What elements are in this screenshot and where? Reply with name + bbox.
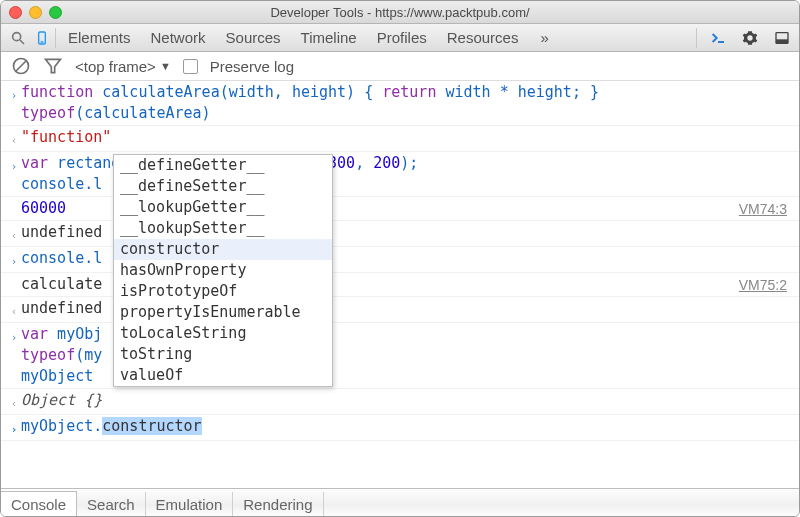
toolbar-tab-profiles[interactable]: Profiles <box>367 24 437 51</box>
toolbar-tab-resources[interactable]: Resources <box>437 24 529 51</box>
svg-line-1 <box>20 40 24 44</box>
code-token: console.l <box>21 175 102 193</box>
code-token: (calculateArea) <box>75 104 210 122</box>
code-token: width * height; } <box>436 83 599 101</box>
drawer-tab-search[interactable]: Search <box>77 492 146 516</box>
input-marker-icon: › <box>7 81 21 125</box>
settings-gear-icon[interactable] <box>739 27 761 49</box>
drawer-tab-rendering[interactable]: Rendering <box>233 492 323 516</box>
device-toggle-icon[interactable] <box>31 27 53 49</box>
input-marker-icon: › <box>7 247 21 272</box>
console-row: ›myObject.constructor <box>1 415 799 441</box>
toolbar-tab-sources[interactable]: Sources <box>216 24 291 51</box>
show-console-icon[interactable] <box>707 27 729 49</box>
input-marker-icon: › <box>7 415 21 440</box>
console-body[interactable]: ›function calculateArea(width, height) {… <box>1 81 799 488</box>
autocomplete-item[interactable]: valueOf <box>114 365 332 386</box>
filter-icon[interactable] <box>43 56 63 76</box>
code-token: , <box>355 154 373 172</box>
preserve-log-label: Preserve log <box>210 58 294 75</box>
autocomplete-popup[interactable]: __defineGetter____defineSetter____lookup… <box>113 154 333 387</box>
code-token: (width, height) { <box>220 83 383 101</box>
zoom-window-icon[interactable] <box>49 6 62 19</box>
autocomplete-item[interactable]: toLocaleString <box>114 323 332 344</box>
window-title: Developer Tools - https://www.packtpub.c… <box>9 5 791 20</box>
blank-marker <box>7 273 21 296</box>
code-token: calculateArea <box>102 83 219 101</box>
toolbar-tab-elements[interactable]: Elements <box>58 24 141 51</box>
code-token: function <box>21 83 102 101</box>
autocomplete-item[interactable]: propertyIsEnumerable <box>114 302 332 323</box>
code-token: var <box>21 154 48 172</box>
svg-line-8 <box>16 61 26 71</box>
code-token: console.l <box>21 249 102 267</box>
separator <box>55 28 56 48</box>
input-marker-icon: › <box>7 152 21 196</box>
frame-selector-label: <top frame> <box>75 58 156 75</box>
minimize-window-icon[interactable] <box>29 6 42 19</box>
close-window-icon[interactable] <box>9 6 22 19</box>
source-link[interactable]: VM75:2 <box>739 273 793 296</box>
code-token: var <box>21 325 48 343</box>
console-row-content: function calculateArea(width, height) { … <box>21 81 793 125</box>
code-token: (my <box>75 346 102 364</box>
tabs-overflow[interactable]: » <box>530 24 558 51</box>
console-row-content: "function" <box>21 126 793 151</box>
main-toolbar: ElementsNetworkSourcesTimelineProfilesRe… <box>1 24 799 52</box>
code-token: return <box>382 83 436 101</box>
code-token: undefined <box>21 299 102 317</box>
console-row: ‹Object {} <box>1 389 799 415</box>
autocomplete-item[interactable]: constructor <box>114 239 332 260</box>
code-token: myObject <box>21 367 93 385</box>
source-link[interactable]: VM74:3 <box>739 197 793 220</box>
drawer-tab-console[interactable]: Console <box>0 491 77 517</box>
input-marker-icon: › <box>7 323 21 388</box>
autocomplete-item[interactable]: __defineSetter__ <box>114 176 332 197</box>
dropdown-triangle-icon: ▼ <box>160 60 171 72</box>
code-token: constructor <box>102 417 201 435</box>
titlebar: Developer Tools - https://www.packtpub.c… <box>1 1 799 24</box>
blank-marker <box>7 197 21 220</box>
autocomplete-item[interactable]: __lookupSetter__ <box>114 218 332 239</box>
autocomplete-item[interactable]: toString <box>114 344 332 365</box>
code-token: typeof <box>21 346 75 364</box>
toolbar-tabs: ElementsNetworkSourcesTimelineProfilesRe… <box>58 24 528 51</box>
code-token: calculate <box>21 275 102 293</box>
dock-side-icon[interactable] <box>771 27 793 49</box>
code-token: 60000 <box>21 199 66 217</box>
code-token: "function" <box>21 128 111 146</box>
code-token: ); <box>400 154 418 172</box>
toolbar-tab-network[interactable]: Network <box>141 24 216 51</box>
autocomplete-item[interactable]: isPrototypeOf <box>114 281 332 302</box>
output-marker-icon: ‹ <box>7 389 21 414</box>
code-token: myObject. <box>21 417 102 435</box>
search-icon[interactable] <box>7 27 29 49</box>
code-token: typeof <box>21 104 75 122</box>
drawer-tab-emulation[interactable]: Emulation <box>146 492 234 516</box>
console-row: ›function calculateArea(width, height) {… <box>1 81 799 126</box>
autocomplete-item[interactable]: __defineGetter__ <box>114 155 332 176</box>
output-marker-icon: ‹ <box>7 221 21 246</box>
preserve-log-checkbox[interactable] <box>183 59 198 74</box>
svg-marker-9 <box>46 59 61 72</box>
code-token: 200 <box>373 154 400 172</box>
svg-rect-6 <box>776 39 788 43</box>
code-token: undefined <box>21 223 102 241</box>
console-toolbar: <top frame> ▼ Preserve log <box>1 52 799 81</box>
autocomplete-item[interactable]: hasOwnProperty <box>114 260 332 281</box>
code-token: Object {} <box>21 391 102 409</box>
toolbar-tab-timeline[interactable]: Timeline <box>291 24 367 51</box>
output-marker-icon: ‹ <box>7 126 21 151</box>
separator <box>696 28 697 48</box>
drawer-tabs: ConsoleSearchEmulationRendering <box>1 488 799 516</box>
autocomplete-item[interactable]: __lookupGetter__ <box>114 197 332 218</box>
output-marker-icon: ‹ <box>7 297 21 322</box>
clear-console-icon[interactable] <box>11 56 31 76</box>
console-row: ‹"function" <box>1 126 799 152</box>
frame-selector[interactable]: <top frame> ▼ <box>75 58 171 75</box>
svg-point-0 <box>13 32 21 40</box>
window-controls <box>9 6 62 19</box>
code-token: myObj <box>48 325 102 343</box>
console-row-content: myObject.constructor <box>21 415 793 440</box>
console-row-content: Object {} <box>21 389 793 414</box>
